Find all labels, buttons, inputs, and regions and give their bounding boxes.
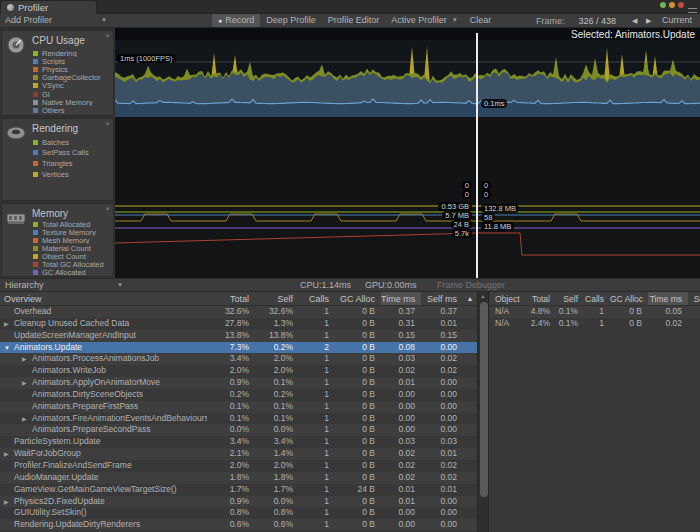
col-overview[interactable]: Overview [0, 292, 207, 305]
close-icon[interactable]: × [105, 205, 110, 213]
table-row[interactable]: Animators.PrepareSecondPass 0.0% 0.0% 1 … [0, 424, 477, 436]
close-icon[interactable]: × [105, 32, 110, 40]
cpu-usage-chart[interactable]: Selected: Animators.Update 1ms (1000FPS)… [115, 28, 700, 117]
table-row[interactable]: Animators.DirtySceneObjects 0.2% 0.2% 1 … [0, 389, 477, 401]
legend-color-swatch[interactable] [33, 108, 38, 113]
red-dot-icon[interactable] [678, 2, 684, 8]
col-self[interactable]: Self [556, 292, 584, 305]
legend-color-swatch[interactable] [33, 92, 38, 97]
col-object[interactable]: Object [490, 292, 524, 305]
foldout-arrow-icon[interactable]: ▶ [22, 414, 32, 425]
legend-color-swatch[interactable] [33, 51, 38, 56]
col-calls[interactable]: Calls [584, 292, 610, 305]
table-row[interactable]: AudioManager.Update 1.8% 1.8% 1 0 B 0.02… [0, 472, 477, 484]
table-row[interactable]: Animators.PrepareFirstPass 0.1% 0.1% 1 0… [0, 401, 477, 413]
legend-color-swatch[interactable] [33, 140, 38, 145]
legend-color-swatch[interactable] [33, 230, 38, 235]
table-row[interactable]: Overhead 32.6% 32.6% 1 0 B 0.37 0.37 [0, 306, 477, 318]
prev-frame-button[interactable]: ◀ [626, 14, 640, 27]
foldout-arrow-icon[interactable]: ▶ [4, 319, 14, 330]
cpu-area-plot[interactable] [115, 40, 700, 117]
cpu-usage-module[interactable]: CPU Usage × Rendering Scripts Physics Ga… [1, 30, 114, 116]
table-row[interactable]: ▶WaitForJobGroup 2.1% 1.4% 1 0 B 0.02 0.… [0, 448, 477, 460]
current-frame-marker[interactable] [476, 33, 478, 278]
scrollbar-thumb[interactable] [480, 302, 488, 497]
table-row[interactable]: ▶Animators.ProcessAnimationsJob 3.4% 2.0… [0, 353, 477, 365]
table-row[interactable]: Rendering.UpdateDirtyRenderers 0.6% 0.6%… [0, 519, 477, 531]
rendering-module[interactable]: Rendering × Batches SetPass Calls Triang… [1, 118, 114, 201]
table-row[interactable]: Profiler.FinalizeAndSendFrame 2.0% 2.0% … [0, 460, 477, 472]
foldout-arrow-icon[interactable]: ▶ [22, 378, 32, 389]
col-time-ms[interactable]: Time ms [648, 292, 688, 305]
legend-color-swatch[interactable] [33, 246, 38, 251]
sort-asc-icon[interactable]: ▲ [463, 292, 477, 305]
detail-row[interactable]: N/A 2.4% 0.1% 1 0 B 0.02 0.0 [490, 318, 700, 330]
table-row[interactable]: UpdateScreenManagerAndInput 13.8% 13.8% … [0, 330, 477, 342]
record-button[interactable]: ●Record [212, 14, 260, 27]
legend-color-swatch[interactable] [33, 222, 38, 227]
table-row[interactable]: GameView.GetMainGameViewTargetSize() 1.7… [0, 484, 477, 496]
legend-color-swatch[interactable] [33, 270, 38, 275]
col-self-ms[interactable]: Self ms [688, 292, 700, 305]
col-total[interactable]: Total [524, 292, 556, 305]
table-scrollbar[interactable]: ▲ [477, 292, 489, 532]
frame-debugger-button[interactable]: Frame Debugger [437, 280, 505, 290]
legend-color-swatch[interactable] [33, 161, 38, 166]
legend-item: Native Memory [33, 98, 111, 106]
hierarchy-dropdown[interactable]: Hierarchy ▼ [0, 279, 128, 292]
table-row[interactable]: ▶Animators.FireAnimationEventsAndBehavio… [0, 413, 477, 425]
foldout-arrow-icon[interactable]: ▶ [4, 449, 14, 460]
col-self-ms[interactable]: Self ms [421, 292, 463, 305]
table-row[interactable]: ▶Animators.ApplyOnAnimatorMove 0.9% 0.1%… [0, 377, 477, 389]
legend-color-swatch[interactable] [33, 75, 38, 80]
col-calls[interactable]: Calls [299, 292, 335, 305]
tab-profiler[interactable]: Profiler [0, 0, 97, 14]
table-row[interactable]: ParticleSystem.Update 3.4% 3.4% 1 0 B 0.… [0, 436, 477, 448]
chart-area[interactable]: Selected: Animators.Update 1ms (1000FPS)… [115, 28, 700, 278]
current-frame-button[interactable]: Current [654, 14, 700, 27]
active-profiler-dropdown[interactable]: Active Profiler ▼ [385, 14, 463, 27]
legend-color-swatch[interactable] [33, 67, 38, 72]
col-time-ms[interactable]: Time ms [381, 292, 421, 305]
pane-menu-icon[interactable] [688, 8, 697, 13]
legend-color-swatch[interactable] [33, 262, 38, 267]
legend-color-swatch[interactable] [33, 83, 38, 88]
table-row[interactable]: GUIUtility.SetSkin() 0.8% 0.8% 1 0 B 0.0… [0, 507, 477, 519]
table-row[interactable]: ▶Physics2D.FixedUpdate 0.9% 0.0% 1 0 B 0… [0, 496, 477, 508]
table-row[interactable]: ▶Cleanup Unused Cached Data 27.8% 1.3% 1… [0, 318, 477, 330]
foldout-arrow-icon[interactable]: ▶ [22, 354, 32, 365]
cell-time-ms: 0.00 [381, 424, 421, 436]
memory-chart[interactable]: 0.53 GB 5.7 MB 24 B 5.7k 132.8 MB 58 11.… [115, 202, 700, 278]
col-gc-alloc[interactable]: GC Alloc [610, 292, 648, 305]
memory-module[interactable]: Memory × Total Allocated Texture Memory … [1, 203, 114, 277]
foldout-arrow-icon[interactable]: ▼ [4, 343, 14, 354]
profile-editor-button[interactable]: Profile Editor [322, 14, 386, 27]
scroll-up-icon[interactable]: ▲ [478, 292, 488, 301]
col-self[interactable]: Self [255, 292, 299, 305]
legend-color-swatch[interactable] [33, 238, 38, 243]
cell-calls: 1 [299, 365, 335, 377]
close-icon[interactable]: × [105, 120, 110, 128]
clear-button[interactable]: Clear [464, 14, 498, 27]
green-dot-icon[interactable] [660, 2, 666, 8]
cell-calls: 1 [299, 507, 335, 519]
col-gc-alloc[interactable]: GC Alloc [335, 292, 381, 305]
foldout-arrow-icon[interactable]: ▶ [4, 497, 14, 508]
table-row[interactable]: ▼Animators.Update 7.3% 0.2% 2 0 B 0.08 0… [0, 342, 477, 354]
yellow-dot-icon[interactable] [669, 2, 675, 8]
next-frame-button[interactable]: ▶ [640, 14, 654, 27]
legend-color-swatch[interactable] [33, 59, 38, 64]
legend-color-swatch[interactable] [33, 254, 38, 259]
legend-color-swatch[interactable] [33, 100, 38, 105]
cell-calls: 1 [299, 472, 335, 484]
table-row[interactable]: Animators.WriteJob 2.0% 2.0% 1 0 B 0.02 … [0, 365, 477, 377]
deep-profile-button[interactable]: Deep Profile [260, 14, 322, 27]
row-name: Cleanup Unused Cached Data [14, 318, 129, 328]
add-profiler-dropdown[interactable]: Add Profiler ▼ [0, 14, 112, 27]
legend-color-swatch[interactable] [33, 150, 38, 155]
col-total[interactable]: Total [207, 292, 255, 305]
detail-row[interactable]: N/A 4.8% 0.1% 1 0 B 0.05 0.0 [490, 306, 700, 318]
rendering-chart[interactable]: 0 0 0 0 [115, 117, 700, 202]
module-title: Memory [32, 208, 68, 219]
legend-color-swatch[interactable] [33, 172, 38, 177]
